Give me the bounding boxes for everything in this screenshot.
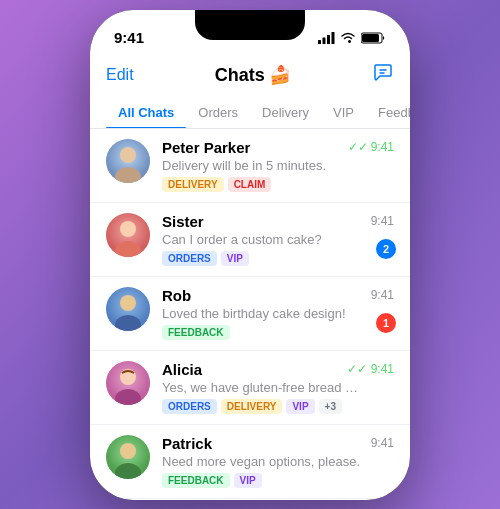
tab-feedback[interactable]: Feedback bbox=[366, 97, 410, 128]
tag-delivery-alicia: DELIVERY bbox=[221, 399, 283, 414]
chat-item-alicia[interactable]: Alicia ✓✓ 9:41 Yes, we have gluten-free … bbox=[90, 351, 410, 425]
svg-rect-1 bbox=[323, 37, 326, 44]
chat-preview-peter: Delivery will be in 5 minutes. bbox=[162, 158, 362, 173]
tab-vip[interactable]: VIP bbox=[321, 97, 366, 128]
chat-name-sister: Sister bbox=[162, 213, 204, 230]
tabs-bar: All Chats Orders Delivery VIP Feedback E bbox=[90, 97, 410, 129]
compose-button[interactable] bbox=[372, 62, 394, 89]
signal-icon bbox=[318, 32, 335, 44]
chat-name-alicia: Alicia bbox=[162, 361, 202, 378]
chat-content-peter: Peter Parker ✓✓ 9:41 Delivery will be in… bbox=[162, 139, 394, 192]
svg-point-19 bbox=[120, 443, 136, 459]
badge-rob: 1 bbox=[376, 313, 396, 333]
chat-item-jessica[interactable]: Jessica 9:41 Nice, got it. bbox=[90, 499, 410, 500]
tag-feedback-rob: FEEDBACK bbox=[162, 325, 230, 340]
tag-vip-sister: VIP bbox=[221, 251, 249, 266]
chat-time-patrick: 9:41 bbox=[371, 436, 394, 450]
tag-vip-alicia: VIP bbox=[286, 399, 314, 414]
chat-preview-patrick: Need more vegan options, please. bbox=[162, 454, 362, 469]
chat-name-patrick: Patrick bbox=[162, 435, 212, 452]
chat-content-rob: Rob 9:41 Loved the birthday cake design!… bbox=[162, 287, 394, 340]
status-time: 9:41 bbox=[114, 29, 144, 46]
chat-content-patrick: Patrick 9:41 Need more vegan options, pl… bbox=[162, 435, 394, 488]
tag-orders-sister: ORDERS bbox=[162, 251, 217, 266]
chat-tags-peter: DELIVERY CLAIM bbox=[162, 177, 394, 192]
tag-feedback-patrick: FEEDBACK bbox=[162, 473, 230, 488]
chat-item-sister[interactable]: Sister 9:41 Can I order a custom cake? O… bbox=[90, 203, 410, 277]
tag-delivery: DELIVERY bbox=[162, 177, 224, 192]
avatar-patrick bbox=[106, 435, 150, 479]
app-header: Edit Chats 🍰 bbox=[90, 54, 410, 97]
chat-name-rob: Rob bbox=[162, 287, 191, 304]
svg-rect-0 bbox=[318, 40, 321, 44]
chat-content-alicia: Alicia ✓✓ 9:41 Yes, we have gluten-free … bbox=[162, 361, 394, 414]
chat-list: Peter Parker ✓✓ 9:41 Delivery will be in… bbox=[90, 129, 410, 500]
chat-name-peter: Peter Parker bbox=[162, 139, 250, 156]
avatar-rob bbox=[106, 287, 150, 331]
phone-frame: 9:41 bbox=[90, 10, 410, 500]
chat-item-patrick[interactable]: Patrick 9:41 Need more vegan options, pl… bbox=[90, 425, 410, 499]
tag-claim: CLAIM bbox=[228, 177, 272, 192]
tag-more-alicia: +3 bbox=[319, 399, 342, 414]
tag-orders-alicia: ORDERS bbox=[162, 399, 217, 414]
wifi-icon bbox=[340, 32, 356, 44]
avatar-sister bbox=[106, 213, 150, 257]
chat-preview-alicia: Yes, we have gluten-free bread available… bbox=[162, 380, 362, 395]
chat-time-rob: 9:41 bbox=[371, 288, 394, 302]
chat-item-rob[interactable]: Rob 9:41 Loved the birthday cake design!… bbox=[90, 277, 410, 351]
svg-point-13 bbox=[120, 295, 136, 311]
status-icons bbox=[318, 32, 386, 44]
tab-delivery[interactable]: Delivery bbox=[250, 97, 321, 128]
page-title: Chats 🍰 bbox=[215, 64, 291, 86]
svg-point-10 bbox=[120, 221, 136, 237]
chat-time-alicia: ✓✓ 9:41 bbox=[347, 362, 394, 376]
chat-content-sister: Sister 9:41 Can I order a custom cake? O… bbox=[162, 213, 394, 266]
chat-time-peter: ✓✓ 9:41 bbox=[348, 140, 394, 154]
avatar-peter bbox=[106, 139, 150, 183]
tab-orders[interactable]: Orders bbox=[186, 97, 250, 128]
chat-preview-rob: Loved the birthday cake design! bbox=[162, 306, 362, 321]
tag-vip-patrick: VIP bbox=[234, 473, 262, 488]
chat-tags-patrick: FEEDBACK VIP bbox=[162, 473, 394, 488]
avatar-alicia bbox=[106, 361, 150, 405]
edit-button[interactable]: Edit bbox=[106, 66, 134, 84]
svg-rect-2 bbox=[327, 35, 330, 44]
chat-item-peter[interactable]: Peter Parker ✓✓ 9:41 Delivery will be in… bbox=[90, 129, 410, 203]
svg-rect-5 bbox=[362, 34, 379, 42]
chat-tags-rob: FEEDBACK bbox=[162, 325, 394, 340]
chat-tags-alicia: ORDERS DELIVERY VIP +3 bbox=[162, 399, 394, 414]
svg-point-7 bbox=[120, 147, 136, 163]
chat-tags-sister: ORDERS VIP bbox=[162, 251, 394, 266]
battery-icon bbox=[361, 32, 386, 44]
svg-rect-3 bbox=[332, 32, 335, 44]
tab-all-chats[interactable]: All Chats bbox=[106, 97, 186, 128]
chat-preview-sister: Can I order a custom cake? bbox=[162, 232, 362, 247]
chat-time-sister: 9:41 bbox=[371, 214, 394, 228]
notch bbox=[195, 10, 305, 40]
checkmark-peter: ✓✓ bbox=[348, 140, 368, 154]
badge-sister: 2 bbox=[376, 239, 396, 259]
